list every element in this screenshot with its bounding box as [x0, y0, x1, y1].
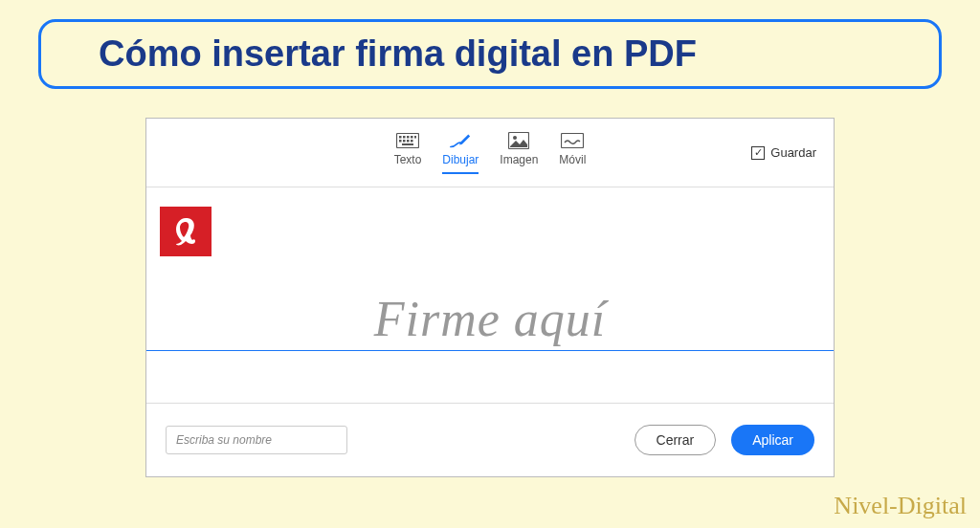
page-title: Cómo insertar firma digital en PDF: [70, 33, 910, 75]
dialog-buttons: Cerrar Aplicar: [635, 425, 814, 455]
keyboard-icon: [396, 132, 419, 149]
signature-dialog: Texto Dibujar: [145, 118, 835, 477]
tab-draw[interactable]: Dibujar: [442, 132, 479, 174]
draw-icon: [449, 132, 472, 149]
tab-draw-label: Dibujar: [442, 153, 479, 166]
adobe-logo: [160, 207, 212, 256]
tab-mobile-label: Móvil: [559, 153, 586, 166]
signature-toolbar: Texto Dibujar: [146, 119, 834, 187]
checkmark-icon: ✓: [754, 147, 763, 158]
save-checkbox-group[interactable]: ✓ Guardar: [751, 145, 816, 160]
tab-image-label: Imagen: [500, 153, 538, 166]
svg-rect-9: [411, 140, 413, 143]
signature-canvas[interactable]: Firme aquí: [146, 187, 834, 403]
save-checkbox[interactable]: ✓: [751, 146, 765, 160]
page-title-box: Cómo insertar firma digital en PDF: [38, 19, 942, 89]
svg-rect-10: [402, 143, 413, 145]
name-input[interactable]: [166, 426, 347, 454]
svg-rect-7: [403, 140, 406, 143]
svg-rect-5: [414, 136, 416, 139]
watermark-text: Nivel-Digital: [834, 492, 967, 520]
tab-text-label: Texto: [394, 153, 422, 166]
svg-rect-3: [407, 136, 410, 139]
cancel-button[interactable]: Cerrar: [635, 425, 717, 455]
svg-point-12: [513, 136, 517, 140]
signature-tabs: Texto Dibujar: [394, 132, 587, 174]
svg-rect-2: [403, 136, 406, 139]
svg-rect-1: [399, 136, 402, 139]
signature-placeholder-text: Firme aquí: [146, 291, 834, 347]
svg-rect-8: [407, 140, 410, 143]
mobile-signature-icon: [561, 132, 584, 149]
save-label: Guardar: [770, 145, 816, 160]
tab-image[interactable]: Imagen: [500, 132, 538, 174]
image-icon: [507, 132, 530, 149]
dialog-bottom-bar: Cerrar Aplicar: [146, 403, 834, 476]
signature-baseline: [146, 350, 834, 351]
tab-text[interactable]: Texto: [394, 132, 422, 174]
svg-rect-6: [399, 140, 402, 143]
svg-rect-13: [562, 133, 584, 147]
tab-mobile[interactable]: Móvil: [559, 132, 586, 174]
svg-rect-4: [411, 136, 413, 139]
apply-button[interactable]: Aplicar: [731, 425, 814, 455]
